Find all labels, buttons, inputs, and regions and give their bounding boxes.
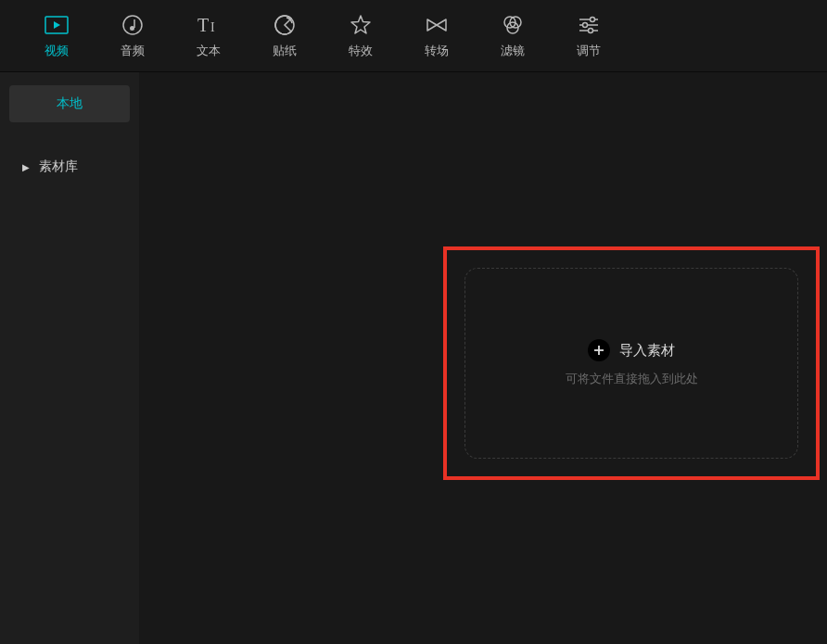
tab-adjust[interactable]: 调节 — [551, 0, 627, 71]
sidebar: 本地 ▶ 素材库 — [0, 72, 139, 644]
sticker-icon — [274, 13, 296, 37]
tab-adjust-label: 调节 — [577, 43, 601, 59]
tab-effect-label: 特效 — [349, 43, 373, 59]
svg-text:T: T — [197, 15, 209, 35]
sidebar-item-library[interactable]: ▶ 素材库 — [9, 148, 130, 185]
tab-sticker[interactable]: 贴纸 — [247, 0, 323, 71]
sidebar-item-local[interactable]: 本地 — [9, 85, 130, 122]
text-icon: T I — [196, 13, 222, 37]
tab-transition[interactable]: 转场 — [399, 0, 475, 71]
svg-point-3 — [130, 26, 134, 31]
svg-point-15 — [589, 28, 593, 32]
tab-filter[interactable]: 滤镜 — [475, 0, 551, 71]
tab-effect[interactable]: 特效 — [323, 0, 399, 71]
effect-icon — [350, 13, 372, 37]
transition-icon — [425, 13, 449, 37]
tab-video-label: 视频 — [45, 43, 69, 59]
dropzone-title: 导入素材 — [619, 342, 675, 360]
tab-audio-label: 音频 — [121, 43, 145, 59]
svg-point-13 — [583, 22, 588, 27]
filter-icon — [501, 13, 525, 37]
tab-text-label: 文本 — [197, 43, 221, 59]
top-toolbar: 视频 音频 T I 文本 贴纸 — [0, 0, 827, 72]
dropzone-subtitle: 可将文件直接拖入到此处 — [566, 371, 698, 387]
svg-marker-1 — [54, 21, 60, 29]
svg-point-11 — [591, 17, 595, 21]
chevron-right-icon: ▶ — [22, 162, 30, 172]
video-icon — [45, 13, 69, 37]
tab-filter-label: 滤镜 — [501, 43, 525, 59]
main-area: 本地 ▶ 素材库 导入素材 可将文件直接拖入到此处 — [0, 72, 827, 644]
audio-icon — [121, 13, 144, 37]
adjust-icon — [578, 13, 600, 37]
dropzone-title-row: 导入素材 — [588, 339, 675, 361]
content-area: 导入素材 可将文件直接拖入到此处 — [139, 72, 827, 644]
sidebar-item-local-label: 本地 — [57, 95, 83, 112]
import-dropzone[interactable]: 导入素材 可将文件直接拖入到此处 — [464, 268, 798, 459]
plus-icon — [588, 339, 610, 361]
tab-audio[interactable]: 音频 — [95, 0, 171, 71]
tab-sticker-label: 贴纸 — [273, 43, 297, 59]
tab-text[interactable]: T I 文本 — [171, 0, 247, 71]
tab-transition-label: 转场 — [425, 43, 449, 59]
svg-text:I: I — [210, 20, 215, 34]
highlight-annotation: 导入素材 可将文件直接拖入到此处 — [443, 246, 820, 480]
svg-point-2 — [123, 16, 142, 34]
tab-video[interactable]: 视频 — [19, 0, 95, 71]
sidebar-item-library-label: 素材库 — [39, 158, 78, 175]
